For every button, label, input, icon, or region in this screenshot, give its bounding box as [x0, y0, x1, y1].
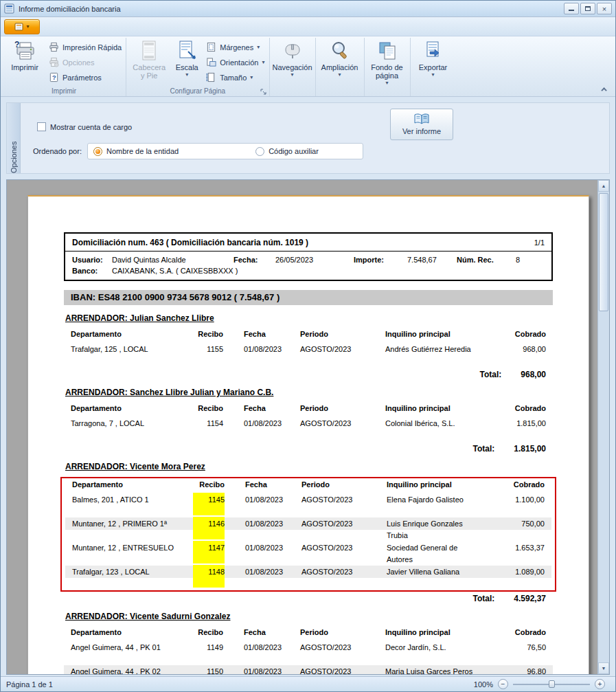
column-header: Inquilino principal [385, 328, 483, 340]
recibo-cell: 1149 [192, 642, 223, 654]
imprimir-small-buttons: Impresión Rápida Opciones [46, 38, 124, 83]
zoom-slider-thumb[interactable] [549, 680, 555, 688]
inquilino-cell: Sociedad General de Autores [387, 542, 481, 566]
report-header-box: Domiciliación num. 463 ( Domiciliación b… [64, 232, 553, 281]
fecha-cell: 01/08/2023 [223, 344, 300, 355]
radio-nombre-entidad-label: Nombre de la entidad [106, 147, 179, 155]
fondo-pagina-button[interactable]: Fondo de página ▾ [366, 38, 409, 85]
parametros-button[interactable]: ? Parámetros [46, 71, 124, 83]
departamento-cell: Trafalgar, 125 , LOCAL [71, 344, 192, 355]
num-rec-label: Núm. Rec. [457, 256, 516, 264]
imprimir-button[interactable]: ? Imprimir [3, 38, 46, 71]
cobrado-cell: 1.653,37 [481, 542, 545, 554]
zoom-in-button[interactable]: + [595, 679, 605, 689]
impresion-rapida-button[interactable]: Impresión Rápida [46, 41, 124, 53]
total-value: 968,00 [521, 370, 546, 379]
chevron-down-icon: ▾ [26, 23, 29, 30]
ordenado-por-row: Ordenado por: Nombre de la entidad Códig… [33, 143, 363, 159]
page-size-icon [206, 72, 216, 82]
table-row: Muntaner, 12 , PRIMERO 1ª114601/08/2023A… [65, 518, 551, 542]
table-header-row: DepartamentoReciboFechaPeriodoInquilino … [64, 328, 553, 340]
departamento-cell: Tarragona, 7 , LOCAL [71, 418, 192, 429]
tamano-button[interactable]: Tamaño ▾ [203, 71, 267, 83]
arrendador-section: ARRENDADOR: Vicente Sadurni Gonzalez Dep… [64, 612, 553, 675]
report-preview-area[interactable]: Domiciliación num. 463 ( Domiciliación b… [6, 179, 610, 675]
periodo-cell: AGOSTO/2023 [301, 542, 387, 554]
scroll-up-arrow[interactable]: ▲ [598, 180, 609, 192]
report-title: Domiciliación num. 463 ( Domiciliación b… [72, 238, 308, 247]
options-content: Mostrar cuenta de cargo Ordenado por: No… [21, 103, 609, 173]
application-menu-button[interactable]: ▾ [4, 19, 40, 34]
parameters-icon: ? [49, 72, 59, 82]
mostrar-cuenta-checkbox[interactable] [37, 122, 46, 131]
group-label-ampliacion [317, 85, 363, 96]
periodo-cell: AGOSTO/2023 [301, 494, 387, 506]
mostrar-cuenta-checkbox-row: Mostrar cuenta de cargo [37, 122, 132, 131]
escala-button[interactable]: Escala ▾ [170, 38, 203, 77]
cobrado-cell: 1.100,00 [481, 494, 545, 506]
column-header: Departamento [71, 403, 192, 414]
column-header: Fecha [225, 479, 301, 491]
periodo-cell: AGOSTO/2023 [300, 642, 385, 654]
table-rows: Balmes, 201 , ATICO 1114501/08/2023AGOST… [65, 494, 551, 590]
exportar-label: Exportar [419, 63, 448, 71]
ribbon-collapse-button[interactable] [600, 85, 610, 93]
column-header: Inquilino principal [385, 403, 483, 414]
ribbon-group-fondo: Fondo de página ▾ [365, 38, 411, 96]
orientacion-button[interactable]: Orientación ▾ [203, 56, 267, 68]
margenes-button[interactable]: Márgenes ▾ [203, 41, 267, 53]
fecha-cell: 01/08/2023 [223, 642, 300, 654]
departamento-cell: Muntaner, 12 , PRIMERO 1ª [72, 518, 193, 530]
report-book-icon [414, 113, 429, 125]
ver-informe-button[interactable]: Ver informe [390, 109, 453, 140]
group-label-navegacion [271, 85, 314, 96]
periodo-cell: AGOSTO/2023 [301, 566, 387, 578]
radio-codigo-auxiliar[interactable]: Código auxiliar [255, 147, 319, 156]
recibo-cell: 1155 [192, 344, 223, 355]
minimize-button[interactable] [564, 3, 579, 14]
ribbon-group-configurar-pagina: Cabecera y Pie Escala ▾ [126, 38, 269, 96]
total-value: 4.592,37 [514, 594, 546, 603]
close-button[interactable]: × [597, 3, 612, 14]
column-header: Cobrado [481, 479, 545, 491]
exportar-button[interactable]: Exportar ▾ [412, 38, 455, 77]
vertical-scrollbar[interactable]: ▲ ▼ [597, 180, 609, 674]
chevron-down-icon: ▾ [290, 73, 293, 77]
page-info: Página 1 de 1 [6, 680, 53, 689]
table-header-row: DepartamentoReciboFechaPeriodoInquilino … [64, 403, 553, 414]
total-label: Total: [473, 444, 495, 454]
recibo-cell: 1150 [192, 666, 223, 675]
column-header: Inquilino principal [387, 479, 481, 491]
tamano-label: Tamaño [220, 74, 247, 82]
table-rows: Angel Guimera, 44 , PK 01114901/08/2023A… [64, 642, 553, 675]
periodo-cell: AGOSTO/2023 [300, 666, 385, 675]
inquilino-cell: Maria Luisa Garces Peros [385, 666, 483, 675]
arrendador-title: ARRENDADOR: Vicente Mora Perez [65, 462, 553, 471]
maximize-button[interactable] [580, 3, 595, 14]
navegacion-label: Navegación [272, 63, 312, 71]
ampliacion-label: Ampliación [321, 63, 358, 71]
report-page: Domiciliación num. 463 ( Domiciliación b… [27, 195, 589, 675]
zoom-slider[interactable] [513, 679, 590, 689]
report-header-info-row: Usuario: David Quintas Alcalde Fecha: 26… [65, 252, 551, 264]
opciones-button[interactable]: Opciones [46, 56, 124, 68]
options-tab[interactable]: Opciones [7, 103, 21, 173]
dialog-launcher-icon[interactable] [260, 88, 267, 96]
table-row: Balmes, 201 , ATICO 1114501/08/2023AGOST… [65, 494, 551, 518]
cabecera-y-pie-button[interactable]: Cabecera y Pie [128, 38, 170, 80]
status-bar: Página 1 de 1 100% − + [1, 676, 615, 691]
ribbon-group-imprimir: ? Imprimir [2, 38, 126, 96]
recibo-cell: 1145 [193, 493, 225, 515]
ampliacion-button[interactable]: Ampliación ▾ [317, 38, 363, 77]
zoom-out-button[interactable]: − [498, 679, 508, 689]
scrollbar-thumb[interactable] [599, 193, 608, 311]
group-label-configurar-pagina: Configurar Página [128, 85, 267, 96]
scroll-down-arrow[interactable]: ▼ [598, 662, 609, 674]
radio-nombre-entidad[interactable]: Nombre de la entidad [93, 147, 179, 156]
column-header: Cobrado [483, 328, 546, 340]
column-header: Cobrado [483, 403, 546, 414]
arrendador-title: ARRENDADOR: Sanchez Llibre Julian y Mari… [65, 388, 553, 397]
navegacion-button[interactable]: Navegación ▾ [271, 38, 314, 77]
column-header: Cobrado [483, 627, 546, 638]
fecha-cell: 01/08/2023 [223, 666, 300, 675]
